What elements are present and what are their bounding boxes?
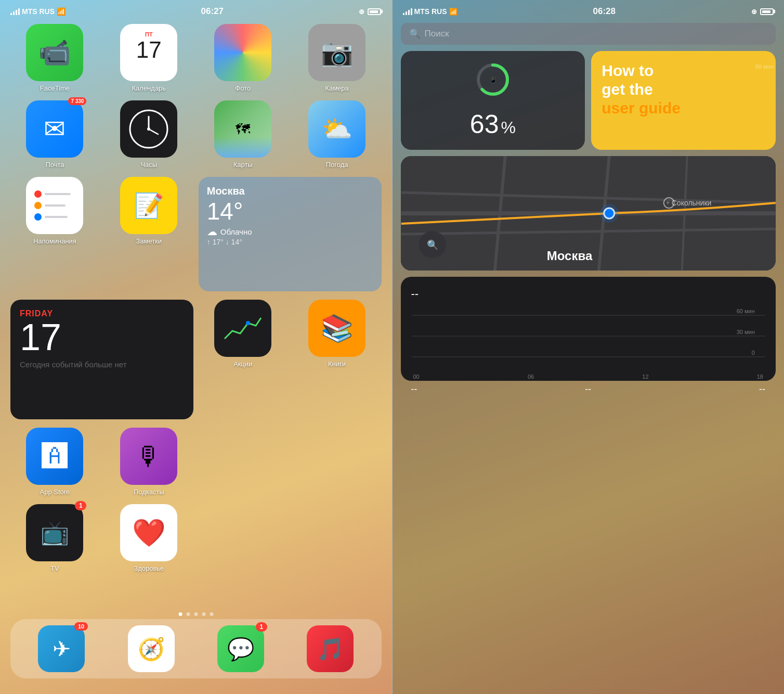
chart-y-label-60: 60 мин: [755, 63, 774, 70]
books-label: Книги: [328, 360, 346, 368]
chart-area: 60 мин 30 мин 0: [411, 305, 766, 369]
facetime-icon: 📹: [26, 24, 83, 81]
svg-point-3: [147, 127, 150, 131]
clock-label: Часы: [140, 161, 157, 169]
app-weather[interactable]: ⛅ Погода: [293, 100, 382, 169]
photos-icon: [214, 24, 271, 81]
chart-widget[interactable]: -- 60 мин 60 мин 30 мин 0 00 06 12: [401, 277, 776, 381]
stocks-icon: [214, 300, 271, 357]
app-mail[interactable]: ✉ 7 330 Почта: [10, 100, 99, 169]
facetime-label: FaceTime: [40, 84, 70, 92]
phone-left: MTS RUS 📶 06:27 ⊕ 📹 FaceTime ПТ 17: [0, 0, 392, 694]
weather-widget[interactable]: Москва 14° ☁ Облачно ↑ 17° ↓ 14°: [199, 177, 382, 291]
userguide-text: How to get the user guide: [602, 61, 681, 118]
userguide-line1: How to: [602, 62, 654, 79]
svg-text:60 мин: 60 мин: [736, 308, 754, 314]
mail-badge: 7 330: [68, 97, 86, 105]
screen-rotate-icon-right: ⊕: [751, 8, 757, 16]
weather-label: Погода: [326, 161, 348, 169]
battery-area-left: ⊕: [359, 8, 381, 16]
widgets-area: 📱 63 % How to get the user guide: [393, 51, 785, 381]
map-roads-svg: Сокольники + 🔍 Москва: [401, 156, 776, 271]
svg-text:0: 0: [751, 350, 754, 356]
app-camera[interactable]: 📷 Камера: [293, 24, 382, 92]
app-appletv[interactable]: 📺 1 TV: [10, 504, 99, 572]
app-stocks[interactable]: Акции: [199, 300, 288, 419]
notes-label: Заметки: [136, 237, 162, 245]
carrier-left: MTS RUS: [22, 7, 55, 16]
map-widget[interactable]: Сокольники + 🔍 Москва: [401, 156, 776, 271]
chart-top-dash: --: [411, 287, 419, 301]
app-grid: 📹 FaceTime ПТ 17 Календарь Фото 📷 Камера: [0, 19, 392, 577]
podcasts-icon: 🎙: [120, 428, 177, 485]
appstore-label: App Store: [40, 488, 70, 496]
tv-badge: 1: [75, 501, 86, 510]
map-background: Сокольники + 🔍 Москва: [401, 156, 776, 271]
userguide-widget[interactable]: How to get the user guide: [591, 51, 776, 150]
phone-right: MTS RUS 📶 06:28 ⊕ 🔍 Поиск: [393, 0, 785, 694]
chart-bottom-dashes: -- -- --: [411, 384, 766, 395]
svg-point-5: [246, 321, 250, 325]
dash-3: --: [759, 384, 765, 395]
books-icon: 📚: [308, 300, 365, 357]
dot-1: [178, 612, 182, 616]
screen-rotate-icon: ⊕: [359, 8, 364, 16]
camera-icon: 📷: [308, 24, 365, 81]
appstore-icon: 🅰: [26, 428, 83, 485]
battery-circle: 📱: [475, 61, 511, 98]
dock-music[interactable]: 🎵: [307, 625, 354, 672]
search-icon: 🔍: [409, 28, 421, 40]
app-notes[interactable]: 📝 Заметки: [104, 177, 193, 291]
app-facetime[interactable]: 📹 FaceTime: [10, 24, 99, 92]
chart-x-06: 06: [528, 374, 534, 380]
app-appstore[interactable]: 🅰 App Store: [10, 428, 99, 496]
weather-icon: ⛅: [308, 100, 365, 158]
maps-label: Карты: [233, 161, 253, 169]
appletv-icon: 📺 1: [26, 504, 83, 561]
app-podcasts[interactable]: 🎙 Подкасты: [104, 428, 193, 496]
chart-x-labels: 00 06 12 18: [411, 374, 766, 380]
app-maps[interactable]: 🗺 Карты: [199, 100, 288, 169]
podcasts-label: Подкасты: [134, 488, 164, 496]
dot-3: [194, 612, 198, 616]
app-clock[interactable]: Часы: [104, 100, 193, 169]
status-left-right: MTS RUS 📶: [403, 7, 458, 16]
calendar-large-widget[interactable]: FRIDAY 17 Сегодня событий больше нет: [10, 300, 193, 419]
search-bar[interactable]: 🔍 Поиск: [401, 23, 776, 45]
chart-svg: 60 мин 30 мин 0: [411, 305, 766, 367]
health-label: Здоровье: [134, 564, 164, 572]
notes-icon: 📝: [120, 177, 177, 234]
app-calendar[interactable]: ПТ 17 Календарь: [104, 24, 193, 92]
svg-text:📱: 📱: [489, 76, 496, 84]
page-dots: [178, 612, 213, 616]
maps-icon: 🗺: [214, 100, 271, 158]
app-photos[interactable]: Фото: [199, 24, 288, 92]
battery-widget[interactable]: 📱 63 %: [401, 51, 585, 150]
svg-point-17: [599, 204, 618, 223]
dock-telegram[interactable]: ✈ 10: [38, 625, 85, 672]
battery-icon-right: [760, 8, 774, 15]
dock-messages[interactable]: 💬 1: [217, 625, 264, 672]
reminders-label: Напоминания: [33, 237, 76, 245]
app-health[interactable]: ❤️ Здоровье: [104, 504, 193, 572]
dock-safari[interactable]: 🧭: [128, 625, 175, 672]
svg-text:Сокольники: Сокольники: [671, 199, 711, 207]
chart-x-18: 18: [757, 374, 763, 380]
cal-widget-date: 17: [20, 318, 184, 356]
telegram-icon: ✈ 10: [38, 625, 85, 672]
messages-icon: 💬 1: [217, 625, 264, 672]
weather-temp: 14°: [207, 197, 373, 225]
weather-range: ↑ 17° ↓ 14°: [207, 238, 373, 246]
svg-text:🔍: 🔍: [426, 239, 438, 251]
photos-label: Фото: [235, 84, 251, 92]
mail-icon: ✉ 7 330: [26, 100, 83, 158]
cal-widget-event: Сегодня событий больше нет: [20, 360, 184, 369]
health-icon: ❤️: [120, 504, 177, 561]
dot-5: [210, 612, 213, 616]
safari-icon: 🧭: [128, 625, 175, 672]
wifi-icon: 📶: [57, 7, 66, 16]
app-books[interactable]: 📚 Книги: [293, 300, 382, 419]
app-reminders[interactable]: Напоминания: [10, 177, 99, 291]
svg-text:Москва: Москва: [546, 249, 592, 263]
dash-2: --: [585, 384, 591, 395]
